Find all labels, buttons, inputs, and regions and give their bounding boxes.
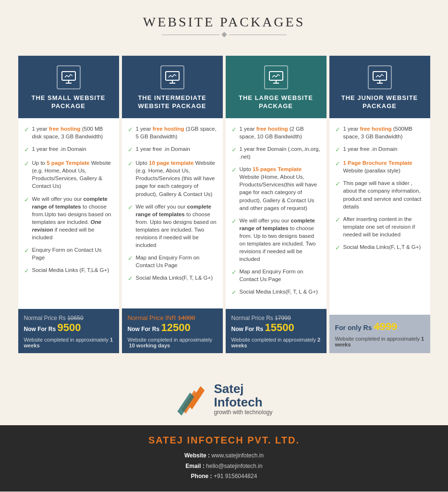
check-icon: ✓: [128, 254, 133, 263]
normal-price: Normal Price Rs 17999: [231, 315, 321, 321]
feature-item: ✓ 1 Page Brochure Template Website (para…: [335, 159, 424, 174]
junior-completion: Website completed in approximately 1 wee…: [335, 336, 424, 347]
monitor-icon: [57, 65, 81, 89]
feature-text: Enquiry Form on Contact Us Page: [32, 246, 113, 261]
feature-text: 1 year free hosting (500MB space, 3 GB B…: [343, 125, 424, 140]
feature-item: ✓ Enquiry Form on Contact Us Page: [24, 246, 113, 261]
svg-rect-9: [373, 72, 387, 80]
packages-container: THE SMALL WEBSITE PACKAGE ✓ 1 year free …: [0, 46, 448, 368]
feature-item: ✓ 1 year free Domain (.com,.in.org, .net…: [231, 145, 321, 160]
check-icon: ✓: [231, 217, 237, 226]
package-large-header: THE LARGE WEBSITE PACKAGE: [226, 56, 327, 118]
svg-rect-6: [269, 72, 283, 80]
feature-text: Social Media Links(F, T, L & G+): [240, 288, 318, 295]
feature-text: Map and Enquiry Form on Contact Us Page: [136, 254, 217, 269]
check-icon: ✓: [231, 166, 237, 174]
feature-text: We will offer you our complete range of …: [136, 203, 217, 249]
feature-text: 1 year free hosting (500 MB disk space, …: [32, 125, 113, 140]
package-small: THE SMALL WEBSITE PACKAGE ✓ 1 year free …: [18, 56, 119, 353]
monitor-icon: [264, 65, 288, 89]
feature-item: ✓ Up to 5 page Template Website (e.g. Ho…: [24, 159, 113, 190]
feature-text: Up to 5 page Template Website (e.g. Home…: [32, 159, 113, 190]
feature-item: ✓ 1 year free .in Domain: [128, 145, 217, 154]
check-icon: ✓: [24, 160, 29, 168]
package-intermediate-body: ✓ 1 year free hosting (1GB space, 5 GB B…: [122, 118, 223, 308]
feature-text: Social Media Links(F, L,T & G+): [343, 243, 421, 251]
check-icon: ✓: [128, 274, 133, 283]
feature-text: Social Media Links(F, T, L& G+): [136, 274, 213, 282]
normal-price: Normal Price Rs 10650: [24, 315, 113, 321]
feature-item: ✓ 1 year free hosting (500MB space, 3 GB…: [335, 125, 424, 140]
feature-text: 1 year free .in Domain: [32, 145, 86, 153]
check-icon: ✓: [24, 196, 29, 204]
logo-wrapper: Satej Infotech growth with technology: [175, 382, 272, 416]
feature-item: ✓ After inserting content in the templat…: [335, 215, 424, 238]
feature-item: ✓ 1 year free hosting (1GB space, 5 GB B…: [128, 125, 217, 140]
check-icon: ✓: [24, 246, 29, 255]
monitor-icon: [160, 65, 184, 89]
feature-item: ✓ Upto 15 pages Template Website (Home, …: [231, 165, 321, 212]
package-small-price: Normal Price Rs 10650 Now For Rs 9500 We…: [18, 309, 119, 353]
feature-text: 1 year free Domain (.com,.in.org, .net): [240, 145, 321, 160]
footer: SATEJ INFOTECH PVT. LTD. Website : www.s…: [0, 425, 448, 492]
check-icon: ✓: [335, 146, 340, 154]
package-large-price: Normal Price Rs 17999 Now For Rs 15500 W…: [226, 309, 327, 353]
now-price: Now For Rs 15500: [231, 321, 321, 334]
feature-item: ✓ 1 year free hosting (2 GB space, 10 GB…: [231, 125, 321, 140]
footer-phone-label: Phone :: [191, 473, 212, 480]
feature-text: 1 year free hosting (1GB space, 5 GB Ban…: [136, 125, 217, 140]
feature-text: 1 year free hosting (2 GB space, 10 GB B…: [240, 125, 321, 140]
feature-item: ✓ 1 year free .in Domain: [24, 145, 113, 154]
check-icon: ✓: [231, 125, 237, 134]
feature-text: 1 Page Brochure Template Website (parall…: [343, 159, 424, 174]
feature-item: ✓ Map and Enquiry Form on Contact Us Pag…: [231, 268, 321, 283]
feature-item: ✓ Social Media Links(F, T, L& G+): [128, 274, 217, 283]
footer-phone-value: +91 9156044824: [214, 473, 257, 480]
footer-email-label: Email :: [185, 463, 204, 469]
check-icon: ✓: [128, 203, 133, 212]
check-icon: ✓: [128, 146, 133, 154]
feature-text: We will offer you our complete range of …: [240, 217, 321, 263]
completion-text: Website completed in approximately 2 wee…: [231, 337, 321, 348]
package-small-body: ✓ 1 year free hosting (500 MB disk space…: [18, 118, 119, 309]
check-icon: ✓: [335, 160, 340, 168]
svg-rect-0: [62, 72, 75, 80]
footer-website-value: www.satejinfotech.in: [211, 452, 264, 459]
check-icon: ✓: [335, 216, 340, 224]
check-icon: ✓: [24, 146, 29, 154]
package-intermediate-title: THE INTERMEDIATE WEBSITE PACKAGE: [127, 94, 218, 111]
footer-website-label: Website :: [184, 452, 210, 459]
check-icon: ✓: [24, 267, 29, 275]
now-price: Now For Rs 12500: [128, 321, 217, 334]
package-junior-title: THE JUNIOR WEBSITE PACKAGE: [334, 94, 425, 111]
package-junior-body: ✓ 1 year free hosting (500MB space, 3 GB…: [329, 118, 430, 315]
feature-item: ✓ Social Media Links(F, L,T & G+): [335, 243, 424, 252]
now-price: Now For Rs 9500: [24, 321, 113, 334]
feature-text: Upto 15 pages Template Website (Home, Ab…: [240, 165, 321, 212]
logo-text-block: Satej Infotech growth with technology: [214, 382, 272, 416]
package-small-title: THE SMALL WEBSITE PACKAGE: [23, 94, 114, 111]
feature-text: 1 year free .in Domain: [136, 145, 190, 153]
feature-item: ✓ This page will have a slider , about t…: [335, 179, 424, 210]
feature-item: ✓ Social Media Links (F, T,L& G+): [24, 266, 113, 275]
feature-item: ✓ Social Media Links(F, T, L & G+): [231, 288, 321, 297]
check-icon: ✓: [335, 180, 340, 188]
feature-text: Social Media Links (F, T,L& G+): [32, 266, 109, 274]
check-icon: ✓: [128, 125, 133, 134]
check-icon: ✓: [335, 125, 340, 134]
logo-arrows-icon: [175, 382, 209, 416]
package-large-body: ✓ 1 year free hosting (2 GB space, 10 GB…: [226, 118, 327, 309]
footer-website: Website : www.satejinfotech.in: [0, 451, 448, 461]
footer-email: Email : hello@satejinfotech.in: [0, 461, 448, 472]
check-icon: ✓: [128, 160, 133, 168]
footer-company-name: SATEJ INFOTECH PVT. LTD.: [0, 435, 448, 446]
junior-for-only: For only Rs 4999: [335, 320, 424, 333]
package-small-header: THE SMALL WEBSITE PACKAGE: [18, 56, 119, 118]
monitor-icon: [368, 65, 392, 89]
feature-item: ✓ We will offer you our complete range o…: [231, 217, 321, 263]
page-header: Website Packages: [0, 0, 448, 46]
completion-text: Website completed in approximately 10 wo…: [128, 337, 217, 348]
logo-company-name: Satej: [214, 382, 272, 396]
svg-rect-3: [166, 72, 179, 80]
package-intermediate: THE INTERMEDIATE WEBSITE PACKAGE ✓ 1 yea…: [122, 56, 223, 353]
